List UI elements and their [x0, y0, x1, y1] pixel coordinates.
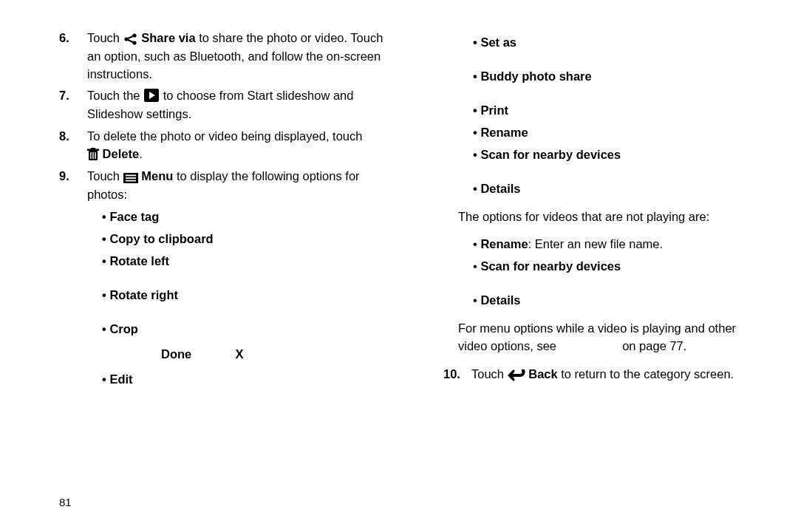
photo-options-cont-2: Buddy photo share [443, 68, 768, 86]
vopt-rename: Rename: Enter an new file name. [473, 236, 768, 253]
step-6: 6. Touch Share via to share the photo or… [59, 30, 399, 83]
steps-right: 10. Touch Back to return to the category… [443, 366, 768, 384]
svg-line-4 [126, 39, 134, 43]
svg-rect-10 [90, 152, 91, 159]
opt-rotate-right: Rotate right [102, 287, 399, 304]
opt-rotate-left: Rotate left [102, 253, 399, 270]
step-num: 7. [59, 87, 69, 105]
video-ref: For menu options while a video is playin… [443, 320, 768, 355]
photo-options-4: Edit [87, 371, 399, 389]
done-label: Done [161, 347, 191, 361]
share-icon [123, 30, 138, 48]
opt-details: Details [473, 180, 768, 198]
text: Touch [87, 31, 123, 44]
photo-options-2: Rotate right [87, 287, 399, 304]
step-num: 9. [59, 168, 69, 185]
step-num: 8. [59, 128, 69, 146]
bold: Menu [141, 169, 173, 183]
step-num: 10. [443, 366, 460, 383]
bold: Share via [141, 31, 195, 44]
svg-rect-15 [126, 177, 136, 179]
svg-rect-12 [95, 152, 95, 159]
video-intro: The options for videos that are not play… [443, 208, 768, 226]
step-8: 8. To delete the photo or video being di… [59, 128, 399, 164]
photo-options-3: Crop [87, 321, 399, 338]
steps-left: 6. Touch Share via to share the photo or… [59, 30, 399, 388]
vopt-details: Details [473, 292, 768, 310]
vopt-scan: Scan for nearby devices [473, 258, 768, 276]
step-9: 9. Touch Menu to display the following o… [59, 168, 399, 388]
back-icon [508, 366, 525, 384]
photo-options-cont: Set as [443, 34, 768, 52]
crop-subline: Done X [161, 346, 399, 364]
opt-face-tag: Face tag [102, 208, 399, 226]
step-10: 10. Touch Back to return to the category… [443, 366, 768, 384]
opt-setas: Set as [473, 34, 768, 52]
text: Touch the [87, 89, 143, 102]
video-options: Rename: Enter an new file name. Scan for… [443, 236, 768, 276]
page: 6. Touch Share via to share the photo or… [0, 0, 798, 392]
right-column: Set as Buddy photo share Print Rename Sc… [443, 30, 768, 392]
step-7: 7. Touch the to choose from Start slides… [59, 87, 399, 123]
text: To delete the photo or video being displ… [87, 129, 362, 143]
step-num: 6. [59, 30, 69, 47]
text: . [139, 147, 143, 160]
photo-options-cont-3: Print Rename Scan for nearby devices [443, 102, 768, 164]
opt-rename: Rename [473, 124, 768, 142]
opt-crop: Crop [102, 321, 399, 338]
page-number: 81 [59, 496, 72, 508]
play-icon [143, 88, 160, 106]
svg-rect-16 [126, 180, 136, 182]
text: Touch [471, 367, 508, 381]
opt-copy: Copy to clipboard [102, 231, 399, 248]
text: Touch [87, 169, 123, 183]
left-column: 6. Touch Share via to share the photo or… [59, 30, 399, 392]
menu-icon [123, 168, 138, 186]
svg-rect-14 [126, 175, 136, 177]
photo-options: Face tag Copy to clipboard Rotate left [87, 208, 399, 270]
svg-rect-9 [91, 148, 95, 149]
bold: Delete [103, 147, 140, 160]
svg-line-3 [126, 35, 134, 39]
video-options-2: Details [443, 292, 768, 310]
opt-print: Print [473, 102, 768, 120]
opt-scan: Scan for nearby devices [473, 146, 768, 164]
photo-options-cont-4: Details [443, 180, 768, 198]
svg-rect-11 [92, 152, 93, 159]
opt-buddy: Buddy photo share [473, 68, 768, 86]
trash-icon [87, 146, 99, 164]
opt-edit: Edit [102, 371, 399, 389]
x-label: X [235, 347, 243, 361]
bold: Back [528, 367, 557, 381]
text: to return to the category screen. [561, 367, 734, 381]
